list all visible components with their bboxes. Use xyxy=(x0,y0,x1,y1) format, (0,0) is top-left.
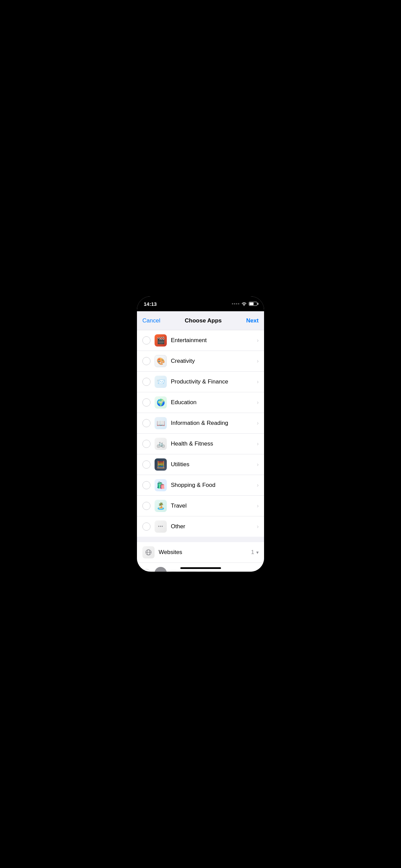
other-icon: ••• xyxy=(155,520,167,533)
section-divider xyxy=(137,537,264,542)
information-label: Information & Reading xyxy=(171,420,257,427)
chevron-icon: › xyxy=(257,441,259,447)
categories-list: 🎬 Entertainment › 🎨 Creativity › 📨 Produ… xyxy=(137,330,264,537)
information-icon: 📖 xyxy=(155,417,167,429)
wifi-icon xyxy=(241,302,247,306)
radio-education[interactable] xyxy=(142,398,151,407)
list-item[interactable]: 🧮 Utilities › xyxy=(137,454,264,475)
travel-icon: 🏝️ xyxy=(155,500,167,512)
nav-bar: Cancel Choose Apps Next xyxy=(137,311,264,330)
list-item[interactable]: 🚲 Health & Fitness › xyxy=(137,434,264,454)
list-item[interactable]: 🏝️ Travel › xyxy=(137,496,264,516)
chevron-down-icon: ▾ xyxy=(256,550,259,555)
travel-label: Travel xyxy=(171,502,257,509)
list-item[interactable]: 🎬 Entertainment › xyxy=(137,330,264,351)
page-title: Choose Apps xyxy=(185,317,222,324)
radio-health[interactable] xyxy=(142,440,151,448)
radio-utilities[interactable] xyxy=(142,460,151,469)
creativity-label: Creativity xyxy=(171,358,257,364)
website1-icon: p xyxy=(155,567,167,572)
radio-travel[interactable] xyxy=(142,502,151,510)
shopping-label: Shopping & Food xyxy=(171,482,257,489)
status-time: 14:13 xyxy=(144,301,157,307)
list-item[interactable]: 🛍️ Shopping & Food › xyxy=(137,475,264,496)
chevron-icon: › xyxy=(257,399,259,406)
radio-creativity[interactable] xyxy=(142,357,151,365)
education-icon: 🌍 xyxy=(155,396,167,409)
radio-website1[interactable] xyxy=(142,569,151,572)
website1-label: blurredsite.com xyxy=(171,570,259,572)
entertainment-label: Entertainment xyxy=(171,337,257,344)
radio-productivity[interactable] xyxy=(142,378,151,386)
chevron-icon: › xyxy=(257,420,259,426)
health-icon: 🚲 xyxy=(155,438,167,450)
chevron-icon: › xyxy=(257,524,259,530)
websites-icon xyxy=(142,546,155,558)
next-button[interactable]: Next xyxy=(246,317,259,324)
phone-frame: 14:13 Cancel Choose Apps Next xyxy=(137,296,264,572)
education-label: Education xyxy=(171,399,257,406)
list-item[interactable]: 📖 Information & Reading › xyxy=(137,413,264,434)
cancel-button[interactable]: Cancel xyxy=(142,317,160,324)
shopping-icon: 🛍️ xyxy=(155,479,167,491)
creativity-icon: 🎨 xyxy=(155,355,167,367)
list-item[interactable]: 🎨 Creativity › xyxy=(137,351,264,372)
radio-shopping[interactable] xyxy=(142,481,151,489)
radio-entertainment[interactable] xyxy=(142,336,151,344)
productivity-icon: 📨 xyxy=(155,376,167,388)
chevron-icon: › xyxy=(257,461,259,468)
list-item[interactable]: ••• Other › xyxy=(137,516,264,537)
other-label: Other xyxy=(171,523,257,530)
chevron-icon: › xyxy=(257,379,259,385)
status-bar: 14:13 xyxy=(137,296,264,311)
signal-icon xyxy=(232,303,239,304)
websites-count: 1 xyxy=(251,549,254,556)
websites-header[interactable]: Websites 1 ▾ xyxy=(137,542,264,563)
utilities-label: Utilities xyxy=(171,461,257,468)
list-item[interactable]: 📨 Productivity & Finance › xyxy=(137,372,264,392)
health-label: Health & Fitness xyxy=(171,440,257,447)
chevron-icon: › xyxy=(257,358,259,364)
list-item[interactable]: 🌍 Education › xyxy=(137,392,264,413)
radio-information[interactable] xyxy=(142,419,151,427)
battery-icon xyxy=(249,302,257,306)
entertainment-icon: 🎬 xyxy=(155,334,167,347)
productivity-label: Productivity & Finance xyxy=(171,378,257,385)
chevron-icon: › xyxy=(257,482,259,488)
utilities-icon: 🧮 xyxy=(155,458,167,471)
chevron-icon: › xyxy=(257,337,259,343)
websites-label: Websites xyxy=(159,549,251,556)
chevron-icon: › xyxy=(257,503,259,509)
home-indicator xyxy=(180,567,221,569)
scroll-container[interactable]: 🎬 Entertainment › 🎨 Creativity › 📨 Produ… xyxy=(137,330,264,572)
status-icons xyxy=(232,302,257,306)
radio-other[interactable] xyxy=(142,522,151,531)
